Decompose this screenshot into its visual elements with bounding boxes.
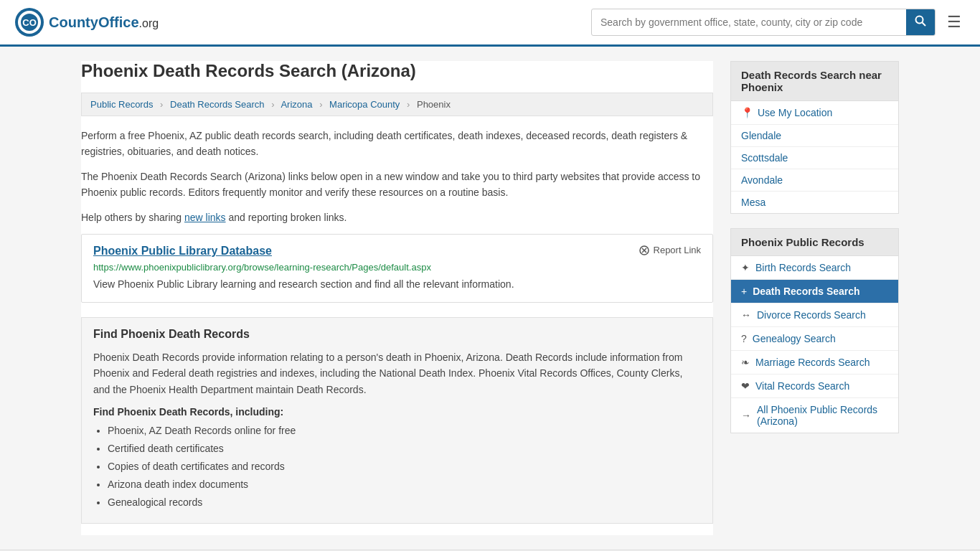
sidebar-genealogy[interactable]: ? Genealogy Search	[731, 327, 898, 351]
sidebar-divorce-records[interactable]: ↔ Divorce Records Search	[731, 303, 898, 327]
find-sub-title: Find Phoenix Death Records, including:	[93, 406, 701, 418]
breadcrumb-phoenix: Phoenix	[417, 99, 451, 110]
breadcrumb-sep-4: ›	[407, 99, 410, 110]
hamburger-menu-icon[interactable]: ☰	[943, 9, 966, 36]
death-records-link[interactable]: Death Records Search	[753, 286, 859, 297]
report-label: Report Link	[654, 245, 701, 255]
header-right: ☰	[591, 9, 966, 36]
sidebar: Death Records Search near Phoenix 📍 Use …	[730, 61, 899, 535]
desc3-suffix: and reporting broken links.	[226, 212, 347, 223]
page-title: Phoenix Death Records Search (Arizona)	[81, 61, 713, 81]
sidebar-public-records-section: Phoenix Public Records ✦ Birth Records S…	[730, 228, 899, 433]
sidebar-death-records[interactable]: + Death Records Search	[731, 280, 898, 303]
search-input[interactable]	[592, 11, 906, 34]
mesa-link[interactable]: Mesa	[741, 197, 765, 208]
glendale-link[interactable]: Glendale	[741, 130, 781, 141]
logo-text: CountyOffice.org	[49, 14, 159, 31]
list-item: Phoenix, AZ Death Records online for fre…	[108, 423, 701, 438]
divorce-records-link[interactable]: Divorce Records Search	[757, 309, 866, 321]
breadcrumb: Public Records › Death Records Search › …	[81, 93, 713, 116]
marriage-icon: ❧	[741, 357, 750, 368]
resource-title[interactable]: Phoenix Public Library Database	[93, 245, 272, 258]
description-1: Perform a free Phoenix, AZ public death …	[81, 128, 713, 160]
find-list: Phoenix, AZ Death Records online for fre…	[93, 423, 701, 510]
avondale-link[interactable]: Avondale	[741, 174, 783, 186]
resource-description: View Phoenix Public Library learning and…	[93, 277, 701, 292]
search-bar-container	[591, 9, 936, 36]
birth-records-link[interactable]: Birth Records Search	[755, 262, 851, 273]
sidebar-vital-records[interactable]: ❤ Vital Records Search	[731, 375, 898, 398]
report-link-button[interactable]: Report Link	[639, 245, 701, 256]
description-3: Help others by sharing new links and rep…	[81, 209, 713, 225]
search-button[interactable]	[906, 9, 935, 35]
death-icon: +	[741, 286, 747, 297]
sidebar-marriage-records[interactable]: ❧ Marriage Records Search	[731, 351, 898, 375]
genealogy-icon: ?	[741, 333, 747, 344]
new-links-link[interactable]: new links	[184, 212, 226, 223]
logo-area: CO CountyOffice.org	[14, 7, 159, 37]
location-scottsdale[interactable]: Scottsdale	[731, 147, 898, 169]
header: CO CountyOffice.org ☰	[0, 0, 980, 47]
breadcrumb-sep-1: ›	[160, 99, 163, 110]
svg-text:CO: CO	[22, 17, 37, 28]
resource-url[interactable]: https://www.phoenixpubliclibrary.org/bro…	[93, 262, 701, 273]
breadcrumb-death-records[interactable]: Death Records Search	[170, 99, 265, 110]
vital-icon: ❤	[741, 380, 750, 392]
content-area: Phoenix Death Records Search (Arizona) P…	[81, 61, 713, 535]
search-icon	[915, 15, 926, 27]
divorce-icon: ↔	[741, 309, 751, 321]
svg-point-4	[916, 17, 923, 24]
genealogy-link[interactable]: Genealogy Search	[753, 333, 836, 344]
sidebar-nearby-header: Death Records Search near Phoenix	[731, 62, 898, 101]
list-item: Arizona death index documents	[108, 477, 701, 492]
list-item: Copies of death certificates and records	[108, 459, 701, 474]
breadcrumb-arizona[interactable]: Arizona	[281, 99, 312, 110]
all-icon: →	[741, 410, 751, 421]
breadcrumb-sep-2: ›	[271, 99, 274, 110]
use-my-location-link[interactable]: Use My Location	[758, 107, 832, 118]
resource-card: Phoenix Public Library Database Report L…	[81, 234, 713, 303]
logo-icon: CO	[14, 7, 44, 37]
location-avondale[interactable]: Avondale	[731, 169, 898, 192]
location-mesa[interactable]: Mesa	[731, 192, 898, 213]
birth-icon: ✦	[741, 262, 750, 273]
svg-line-5	[923, 23, 926, 27]
vital-records-link[interactable]: Vital Records Search	[755, 380, 849, 392]
desc3-prefix: Help others by sharing	[81, 212, 184, 223]
breadcrumb-sep-3: ›	[319, 99, 322, 110]
sidebar-all-records[interactable]: → All Phoenix Public Records (Arizona)	[731, 398, 898, 433]
sidebar-public-records-header: Phoenix Public Records	[731, 229, 898, 256]
breadcrumb-public-records[interactable]: Public Records	[90, 99, 153, 110]
breadcrumb-maricopa[interactable]: Maricopa County	[329, 99, 400, 110]
all-records-link[interactable]: All Phoenix Public Records (Arizona)	[757, 404, 888, 427]
list-item: Genealogical records	[108, 495, 701, 510]
sidebar-nearby-section: Death Records Search near Phoenix 📍 Use …	[730, 61, 899, 214]
find-section: Find Phoenix Death Records Phoenix Death…	[81, 317, 713, 524]
location-glendale[interactable]: Glendale	[731, 125, 898, 147]
find-section-title: Find Phoenix Death Records	[93, 328, 701, 341]
find-section-text: Phoenix Death Records provide informatio…	[93, 349, 701, 397]
report-icon	[639, 245, 650, 256]
list-item: Certified death certificates	[108, 441, 701, 456]
main-container: Phoenix Death Records Search (Arizona) P…	[67, 47, 913, 550]
scottsdale-link[interactable]: Scottsdale	[741, 152, 788, 164]
use-my-location-item[interactable]: 📍 Use My Location	[731, 101, 898, 125]
sidebar-birth-records[interactable]: ✦ Birth Records Search	[731, 256, 898, 280]
description-2: The Phoenix Death Records Search (Arizon…	[81, 169, 713, 201]
marriage-records-link[interactable]: Marriage Records Search	[755, 357, 870, 368]
pin-icon: 📍	[741, 107, 753, 118]
resource-card-header: Phoenix Public Library Database Report L…	[93, 245, 701, 258]
